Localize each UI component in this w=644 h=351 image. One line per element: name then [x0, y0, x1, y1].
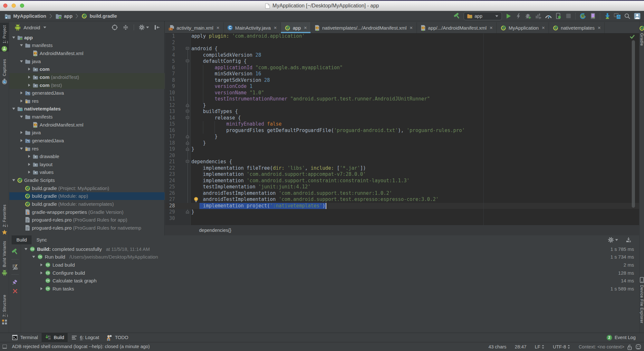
tree-expanded-icon[interactable]	[11, 106, 16, 112]
stripe-button-build-variants[interactable]: Build Variants	[0, 239, 9, 280]
tree-collapsed-icon[interactable]	[26, 161, 32, 167]
code-line-16[interactable]: 16 proguardFiles getDefaultProguardFile(…	[165, 128, 639, 134]
avd-manager-button[interactable]	[614, 13, 621, 20]
build-panel-tab-build[interactable]: Build	[12, 235, 32, 244]
tree-collapsed-icon[interactable]	[39, 270, 44, 276]
code-line-14[interactable]: 14 release {	[165, 115, 639, 121]
tree-collapsed-icon[interactable]	[26, 82, 32, 88]
close-tab-icon[interactable]: ✕	[489, 25, 493, 30]
stripe-button-gradle[interactable]: Gradle	[639, 24, 644, 50]
tree-row-java[interactable]: java	[9, 57, 165, 65]
sync-project-button[interactable]	[579, 13, 586, 20]
code-line-4[interactable]: 4 compileSdkVersion 28	[165, 52, 639, 59]
stripe-button-7-structure[interactable]: 7: Structure	[0, 292, 9, 329]
code-line-18[interactable]: 18 }	[165, 140, 639, 147]
tree-row-drawable[interactable]: drawable	[9, 152, 165, 160]
tool-button-event-log[interactable]: 2Event Log	[607, 335, 636, 340]
hide-panel-button[interactable]	[153, 24, 160, 31]
editor-tab-app-androidmanifest-xml[interactable]: app/.../AndroidManifest.xml✕	[417, 22, 497, 33]
search-everywhere-button[interactable]	[624, 13, 631, 20]
code-line-23[interactable]: 23 implementation 'com.android.support:a…	[165, 171, 639, 178]
profiler-button[interactable]	[545, 13, 552, 20]
locate-button[interactable]	[111, 24, 118, 31]
tree-row-generatedjava[interactable]: generatedJava	[9, 137, 165, 145]
code-line-17[interactable]: 17 }	[165, 134, 639, 140]
close-tab-icon[interactable]: ✕	[598, 25, 601, 30]
close-red-button[interactable]	[12, 288, 19, 295]
gear-button[interactable]	[139, 24, 149, 31]
build-row-run-build[interactable]: OKRun build/Users/jweisbaum/Desktop/MyAp…	[21, 253, 639, 261]
tree-collapsed-icon[interactable]	[26, 74, 32, 80]
tool-button-6-logcat[interactable]: 6: Logcat	[68, 333, 103, 342]
build-row-configure-build[interactable]: OKConfigure build128 ms	[21, 269, 639, 277]
close-tab-icon[interactable]: ✕	[304, 25, 307, 30]
status-item-utf-8[interactable]: UTF-8	[553, 344, 570, 349]
fold-end-icon[interactable]	[186, 103, 189, 107]
tree-collapsed-icon[interactable]	[26, 169, 32, 175]
build-row-calculate-task-graph[interactable]: OKCalculate task graph14 ms	[21, 277, 639, 285]
tool-button-todo[interactable]: TODO	[103, 333, 132, 342]
sdk-manager-button[interactable]	[604, 13, 611, 20]
tree-row-com[interactable]: com (test)	[9, 81, 165, 89]
code-line-13[interactable]: 13 buildTypes {	[165, 109, 639, 115]
tree-row-res[interactable]: res	[9, 145, 165, 153]
code-line-12[interactable]: 12 }	[165, 102, 639, 109]
editor-tab-app[interactable]: app✕	[281, 22, 311, 33]
run-button[interactable]	[505, 13, 512, 20]
code-line-11[interactable]: 11 testInstrumentationRunner "android.su…	[165, 96, 639, 102]
fold-start-icon[interactable]	[186, 109, 189, 113]
tree-collapsed-icon[interactable]	[39, 262, 44, 268]
tree-row-androidmanifest-xml[interactable]: AndroidManifest.xml	[9, 49, 165, 57]
tree-collapsed-icon[interactable]	[26, 154, 32, 159]
tree-row-proguard-rules-pro[interactable]: proguard-rules.pro (ProGuard Rules for n…	[9, 224, 165, 232]
tree-row-build-gradle[interactable]: build.gradle (Project: MyApplication)	[9, 184, 165, 192]
tree-row-androidmanifest-xml[interactable]: AndroidManifest.xml	[9, 121, 165, 129]
gradle-elephant-icon[interactable]	[635, 344, 641, 350]
fold-start-icon[interactable]	[186, 116, 189, 120]
build-panel-tab-sync[interactable]: Sync	[32, 235, 52, 244]
editor-tab-mainactivity-java[interactable]: CMainActivity.java✕	[224, 22, 281, 33]
code-line-1[interactable]: 1apply plugin: 'com.android.application'	[165, 33, 639, 40]
editor-tab-myapplication[interactable]: MyApplication✕	[497, 22, 549, 33]
fold-end-icon[interactable]	[186, 210, 189, 214]
code-line-21[interactable]: 21dependencies {	[165, 159, 639, 165]
profile-account-button[interactable]	[634, 13, 641, 20]
code-line-22[interactable]: 22 implementation fileTree(dir: 'libs', …	[165, 165, 639, 172]
code-line-26[interactable]: 26 androidTestImplementation 'com.androi…	[165, 190, 639, 197]
tree-row-com[interactable]: com	[9, 65, 165, 73]
tree-row-java[interactable]: java	[9, 129, 165, 137]
pin-button[interactable]	[12, 279, 19, 286]
code-line-3[interactable]: 3android {	[165, 46, 639, 52]
tree-collapsed-icon[interactable]	[18, 138, 24, 143]
attach-debugger-button[interactable]	[555, 13, 562, 20]
tree-row-gradle-wrapper-properties[interactable]: gradle-wrapper.properties (Gradle Versio…	[9, 208, 165, 216]
code-line-2[interactable]: 2	[165, 40, 639, 46]
tree-row-proguard-rules-pro[interactable]: proguard-rules.pro (ProGuard Rules for a…	[9, 216, 165, 224]
tree-expanded-icon[interactable]	[18, 43, 24, 48]
fold-start-icon[interactable]	[186, 47, 189, 51]
tree-expanded-icon[interactable]	[18, 146, 24, 151]
tree-row-values[interactable]: values	[9, 168, 165, 176]
layout-inspector-button[interactable]	[589, 13, 596, 20]
stripe-button-captures[interactable]: Captures	[0, 57, 9, 88]
code-line-24[interactable]: 24 implementation 'com.android.support.c…	[165, 178, 639, 184]
tree-row-build-gradle[interactable]: build.gradle (Module: app)	[9, 192, 165, 200]
inspections-ok-icon[interactable]	[630, 34, 635, 39]
code-line-9[interactable]: 9 versionCode 1	[165, 83, 639, 90]
background-tasks-icon[interactable]	[3, 345, 7, 349]
close-tab-icon[interactable]: ✕	[274, 25, 277, 30]
tree-row-com[interactable]: com (androidTest)	[9, 73, 165, 81]
breadcrumb-item-app[interactable]: app	[55, 13, 73, 19]
tree-row-manifests[interactable]: manifests	[9, 42, 165, 50]
fold-start-icon[interactable]	[186, 59, 189, 63]
filter-text-button[interactable]: ab	[12, 263, 19, 270]
build-row-completed-successfully[interactable]: OKBuild: completed successfullyat 11/5/1…	[21, 245, 639, 253]
fold-end-icon[interactable]	[186, 135, 189, 138]
build-row-load-build[interactable]: OKLoad build2 ms	[21, 261, 639, 269]
tree-row-nativetemplates[interactable]: nativetemplates	[9, 105, 165, 113]
tree-row-layout[interactable]: layout	[9, 160, 165, 168]
tree-collapsed-icon[interactable]	[39, 286, 44, 291]
collapse-all-button[interactable]	[122, 24, 129, 31]
tree-expanded-icon[interactable]	[11, 34, 16, 40]
build-row-run-tasks[interactable]: OKRun tasks1 s 589 ms	[21, 285, 639, 293]
